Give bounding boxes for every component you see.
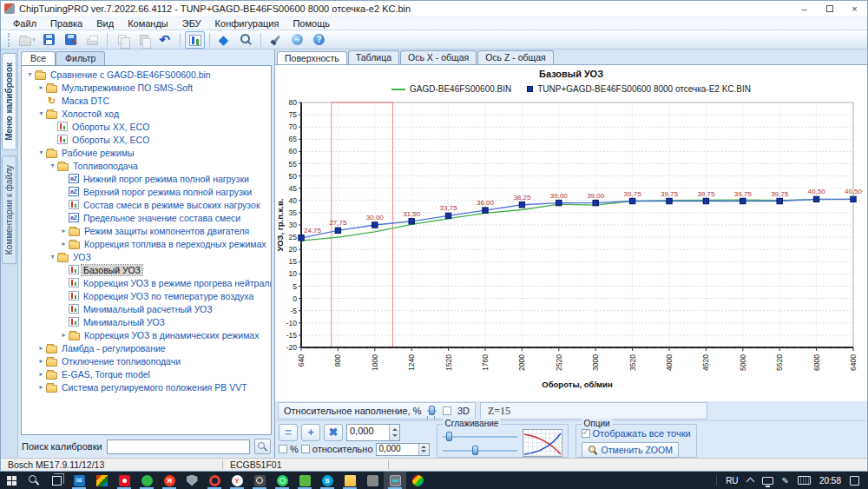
tray-chevron-icon[interactable] (746, 478, 754, 486)
tree-item[interactable]: ▾Топливоподача (23, 159, 271, 172)
tree-item[interactable]: Обороты XX, ECO (23, 120, 271, 133)
minimize-button[interactable]: – (792, 1, 817, 17)
expander-closed-icon[interactable]: ▸ (36, 357, 46, 365)
tree-item[interactable]: ▾Холостой ход (23, 107, 271, 120)
spin-down-icon[interactable] (421, 450, 426, 453)
taskbar-app-whatsapp[interactable] (271, 472, 293, 489)
chart-plot[interactable]: -20-15-10-505101520253035404550556065707… (275, 96, 865, 398)
smoothing-slider-z[interactable] (443, 445, 517, 455)
toolbar-copy-button[interactable] (112, 31, 132, 49)
expander-closed-icon[interactable]: ▸ (36, 370, 46, 378)
toolbar-paste-button[interactable] (134, 31, 154, 49)
tree-item[interactable]: Базовый УОЗ (23, 263, 271, 276)
expander-closed-icon[interactable]: ▸ (36, 83, 46, 91)
tree-item[interactable]: ▸Мультирежимное ПО SMS-Soft (23, 81, 271, 94)
tree-tab-all[interactable]: Все (21, 51, 56, 65)
menu-ecu[interactable]: ЭБУ (175, 18, 208, 29)
menu-edit[interactable]: Правка (43, 18, 89, 29)
notification-center-icon[interactable] (850, 476, 859, 486)
taskbar-app-yandex-browser[interactable]: Y (226, 472, 248, 489)
toolbar-update-button[interactable] (287, 31, 307, 49)
tree-item[interactable]: ▸Режим защиты компонентов двигателя (23, 224, 271, 237)
expander-closed-icon[interactable]: ▸ (59, 240, 69, 248)
tree-item[interactable]: Состав смеси в режиме высоких нагрузок (23, 198, 271, 211)
show-all-points-checkbox[interactable] (582, 429, 590, 438)
toolbar-settings-button[interactable] (266, 31, 286, 49)
tree-item[interactable]: Коррекция УОЗ в режиме прогрева нейтрали… (23, 276, 271, 289)
tree-item[interactable]: ▾УОЗ (23, 250, 271, 263)
tree-item[interactable]: Нижний порог режима полной нагрузки (23, 172, 271, 185)
tree-item[interactable]: ▸Система регулируемого положения РВ VVT (23, 380, 271, 393)
smoothing-slider-x[interactable] (443, 431, 517, 441)
relative-spinner-value[interactable]: 0,000 (377, 444, 418, 455)
search-button[interactable] (254, 439, 271, 454)
close-button[interactable]: × (842, 1, 867, 17)
taskbar-app-yandex[interactable]: Я (158, 472, 181, 489)
expander-closed-icon[interactable]: ▸ (59, 227, 69, 235)
taskbar-app-mail[interactable] (68, 472, 90, 489)
tab-surface[interactable]: Поверхность (277, 51, 347, 65)
taskbar-app-color-app[interactable] (406, 472, 429, 489)
maximize-button[interactable] (817, 1, 842, 17)
tree-item[interactable]: ▸Коррекция УОЗ в динамических режимах (23, 328, 271, 341)
menu-file[interactable]: Файл (6, 18, 43, 29)
slider-thumb[interactable] (446, 432, 452, 441)
side-tab-calibration-menu[interactable]: Меню калибровок (2, 53, 16, 150)
tree-item[interactable]: ▾Сравнение с GAGD-BE46FS00600.bin (23, 68, 271, 81)
pen-icon[interactable]: ✎ (782, 476, 789, 486)
tree-item[interactable]: Предельное значение состава смеси (23, 211, 271, 224)
taskbar-app-skype[interactable]: S (316, 472, 339, 489)
spin-down-icon[interactable] (392, 434, 398, 437)
taskbar-app-red-app[interactable] (113, 472, 135, 489)
toolbar-help-button[interactable]: ? (309, 31, 329, 49)
keyboard-icon[interactable] (798, 476, 811, 485)
toolbar-info-button[interactable] (214, 31, 234, 49)
spin-up-icon[interactable] (421, 446, 426, 448)
tree-item[interactable]: ▸E-GAS, Torque model (23, 367, 271, 380)
percent-checkbox[interactable] (279, 445, 287, 453)
menu-view[interactable]: Вид (89, 18, 121, 29)
menu-help[interactable]: Помощь (286, 18, 337, 29)
tree-tab-filter[interactable]: Фильтр (56, 51, 105, 65)
tree-item[interactable]: Верхний порог режима полной нагрузки (23, 185, 271, 198)
taskbar-app-evernote[interactable] (293, 472, 316, 489)
toolbar-open-button[interactable]: ▾ (17, 31, 37, 49)
expander-open-icon[interactable]: ▾ (48, 162, 57, 169)
expander-open-icon[interactable]: ▾ (25, 70, 35, 78)
add-value-button[interactable]: + (301, 424, 320, 441)
tree-item[interactable]: ▸Ламбда - регулирование (23, 341, 271, 354)
expander-open-icon[interactable]: ▾ (48, 253, 57, 261)
slider-thumb[interactable] (429, 406, 435, 415)
tab-table[interactable]: Таблица (348, 50, 399, 64)
menu-commands[interactable]: Команды (121, 18, 175, 29)
spinner-arrows[interactable] (418, 444, 429, 455)
taskbar-app-green-messenger[interactable] (135, 472, 158, 489)
relative-fill-slider[interactable] (427, 405, 436, 417)
taskbar-app-camera-app[interactable] (248, 472, 271, 489)
taskbar-app-file-explorer[interactable] (339, 472, 361, 489)
spinner-arrows[interactable] (389, 425, 399, 440)
side-tab-file-comments[interactable]: Комментарии к файлу (2, 155, 16, 264)
start-button[interactable] (0, 472, 23, 489)
clock[interactable]: 20:58 (819, 476, 841, 486)
expander-closed-icon[interactable]: ▸ (36, 344, 46, 352)
taskbar-app-chiptuningpro[interactable] (384, 472, 406, 489)
tree-item[interactable]: ▸Отключение топливоподачи (23, 354, 271, 367)
menu-configuration[interactable]: Конфигурация (208, 18, 286, 29)
value-spinner-value[interactable]: 0,000 (347, 425, 389, 440)
relative-checkbox[interactable] (301, 445, 310, 453)
tree-item[interactable]: Обороты XX, ECO (23, 133, 271, 146)
toolbar-preview-button[interactable] (236, 31, 256, 49)
toolbar-print-button[interactable] (82, 31, 102, 49)
slider-thumb[interactable] (472, 446, 478, 455)
taskbar-app-antivirus-shield[interactable] (181, 472, 203, 489)
tab-z-axis-common[interactable]: Ось Z - общая (477, 50, 554, 64)
tree-item[interactable]: Минимальный расчетный УОЗ (23, 302, 271, 315)
expander-closed-icon[interactable]: ▸ (36, 383, 46, 391)
network-icon[interactable] (762, 477, 773, 485)
delete-button[interactable]: ✖ (324, 424, 343, 441)
tab-x-axis-common[interactable]: Ось X - общая (400, 50, 477, 64)
taskbar-app-gray-app[interactable] (361, 472, 384, 489)
value-spinner[interactable]: 0,000 (346, 424, 400, 441)
tree-item[interactable]: ▾Рабочие режимы (23, 146, 271, 159)
